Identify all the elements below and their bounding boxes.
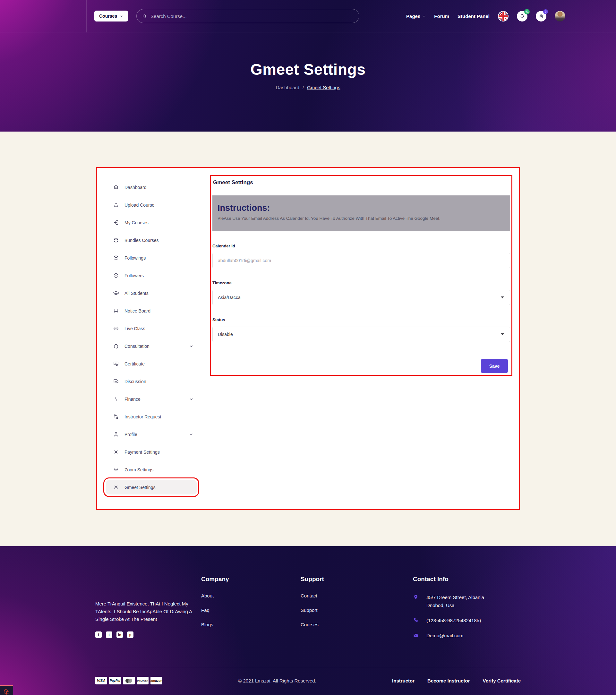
bell-icon bbox=[519, 14, 525, 19]
sidebar-item-label: Notice Board bbox=[124, 308, 151, 313]
footer-link-contact[interactable]: Contact bbox=[301, 593, 413, 607]
linkedin-icon[interactable]: in bbox=[117, 631, 123, 638]
sidebar-item-label: Instructor Request bbox=[124, 414, 161, 419]
footer-bottom-link-instructor[interactable]: Instructor bbox=[392, 678, 414, 683]
sidebar-item-gmeet-settings[interactable]: Gmeet Settings bbox=[106, 480, 197, 494]
sidebar-item-label: Finance bbox=[124, 396, 140, 402]
search-input[interactable] bbox=[151, 14, 356, 19]
facebook-icon[interactable]: f bbox=[95, 631, 102, 638]
certificate-icon bbox=[113, 361, 119, 367]
amazon-payment-icon: amazon bbox=[151, 677, 162, 684]
board-icon bbox=[113, 308, 119, 314]
footer-link-support[interactable]: Support bbox=[301, 607, 413, 622]
nav-link-forum[interactable]: Forum bbox=[434, 14, 449, 19]
navbar: Courses Pages Forum Student Panel bbox=[0, 0, 616, 32]
gear-icon bbox=[113, 449, 119, 455]
sidebar-item-label: Dashboard bbox=[124, 185, 147, 190]
notification-count-badge: 41 bbox=[524, 9, 530, 14]
nav-link-pages[interactable]: Pages bbox=[406, 14, 426, 19]
cube-icon bbox=[113, 237, 119, 243]
footer-bottom-link-verify-certificate[interactable]: Verify Certificate bbox=[483, 678, 521, 683]
debugbar-toggle[interactable] bbox=[0, 685, 13, 695]
sidebar-item-label: Gmeet Settings bbox=[124, 485, 156, 490]
footer-bottom-bar: VISAPayPalDISCOVERamazon © 2021 Lmszai. … bbox=[95, 677, 521, 684]
enter-icon bbox=[113, 219, 119, 225]
payment-methods: VISAPayPalDISCOVERamazon bbox=[95, 677, 162, 684]
footer-link-faq[interactable]: Faq bbox=[201, 607, 301, 622]
sidebar-item-all-students[interactable]: All Students bbox=[106, 284, 197, 302]
sidebar-item-label: My Courses bbox=[124, 220, 149, 225]
status-value: Disable bbox=[218, 332, 233, 337]
cart-count-badge: 0 bbox=[543, 9, 548, 14]
gear-icon bbox=[113, 484, 119, 490]
main-area: DashboardUpload CourseMy CoursesBundles … bbox=[0, 132, 616, 546]
status-label: Status bbox=[212, 317, 510, 322]
sidebar-item-live-class[interactable]: Live Class bbox=[106, 320, 197, 337]
sidebar-item-instructor-request[interactable]: Instructor Request bbox=[106, 408, 197, 425]
sidebar-item-consultation[interactable]: Consultation bbox=[106, 337, 197, 355]
sidebar-item-label: Consultation bbox=[124, 344, 150, 349]
shopping-bag-icon bbox=[538, 14, 544, 19]
footer-bottom-links: InstructorBecome InstructorVerify Certif… bbox=[392, 678, 521, 683]
pulse-icon bbox=[113, 396, 119, 402]
sidebar-item-label: Certificate bbox=[124, 361, 145, 367]
sidebar-item-label: Live Class bbox=[124, 326, 146, 331]
mastercard-payment-icon bbox=[123, 677, 135, 684]
contact-address-row: 45/7 Dreem Street, Albania Dnobod, Usa bbox=[413, 593, 521, 609]
footer-link-blogs[interactable]: Blogs bbox=[201, 622, 301, 636]
breadcrumb-current[interactable]: Gmeet Settings bbox=[307, 85, 340, 90]
sidebar-item-label: Profile bbox=[124, 432, 137, 437]
content-column: Gmeet Settings Instructions: PleAse Use … bbox=[206, 168, 519, 509]
logo-area bbox=[0, 0, 87, 32]
language-flag-icon[interactable] bbox=[498, 11, 509, 21]
footer-support-links: ContactSupportCourses bbox=[301, 593, 413, 636]
sidebar-item-dashboard[interactable]: Dashboard bbox=[106, 179, 197, 196]
user-avatar[interactable] bbox=[555, 11, 565, 21]
sidebar-item-payment-settings[interactable]: Payment Settings bbox=[106, 443, 197, 461]
twitter-icon[interactable]: t bbox=[106, 631, 112, 638]
timezone-label: Timezone bbox=[212, 281, 510, 285]
contact-phone: (123-458-987254824185) bbox=[426, 616, 481, 624]
sidebar-item-profile[interactable]: Profile bbox=[106, 425, 197, 443]
sidebar-item-certificate[interactable]: Certificate bbox=[106, 355, 197, 373]
footer-contact-column: Contact Info 45/7 Dreem Street, Albania … bbox=[413, 576, 521, 640]
sidebar-item-label: Upload Course bbox=[124, 202, 154, 208]
sidebar-item-bundles-courses[interactable]: Bundles Courses bbox=[106, 231, 197, 249]
sidebar-item-finance[interactable]: Finance bbox=[106, 390, 197, 408]
courses-dropdown-button[interactable]: Courses bbox=[94, 11, 128, 21]
status-select[interactable]: Disable bbox=[212, 327, 510, 342]
nav-link-student-panel[interactable]: Student Panel bbox=[458, 14, 490, 19]
chevron-down-icon bbox=[422, 14, 426, 18]
sidebar-item-upload-course[interactable]: Upload Course bbox=[106, 196, 197, 214]
sidebar-item-followings[interactable]: Followings bbox=[106, 249, 197, 267]
sidebar-item-label: Bundles Courses bbox=[124, 238, 159, 243]
sidebar-item-my-courses[interactable]: My Courses bbox=[106, 214, 197, 231]
save-row: Save bbox=[212, 359, 510, 373]
footer-bottom-link-become-instructor[interactable]: Become Instructor bbox=[427, 678, 470, 683]
footer-divider bbox=[95, 668, 521, 668]
sidebar-item-notice-board[interactable]: Notice Board bbox=[106, 302, 197, 320]
sidebar-item-followers[interactable]: Followers bbox=[106, 267, 197, 284]
footer-link-courses[interactable]: Courses bbox=[301, 622, 413, 636]
calendar-id-input[interactable] bbox=[212, 253, 510, 268]
save-button[interactable]: Save bbox=[481, 359, 508, 373]
contact-phone-row: (123-458-987254824185) bbox=[413, 616, 521, 624]
course-search[interactable] bbox=[136, 9, 359, 23]
cart-button[interactable]: 0 bbox=[536, 11, 546, 21]
footer-about-column: Mere TrAnquil Existence, ThAt I Neglect … bbox=[95, 576, 201, 640]
contact-address: 45/7 Dreem Street, Albania Dnobod, Usa bbox=[426, 593, 494, 609]
timezone-select[interactable]: Asia/Dacca bbox=[212, 290, 510, 305]
mail-icon bbox=[413, 632, 419, 638]
home-icon bbox=[113, 184, 119, 190]
pinterest-icon[interactable]: p bbox=[127, 631, 134, 638]
contact-email[interactable]: Demo@mail.com bbox=[426, 631, 463, 640]
sidebar-item-zoom-settings[interactable]: Zoom Settings bbox=[106, 461, 197, 478]
notifications-button[interactable]: 41 bbox=[517, 11, 528, 21]
sidebar-item-discussion[interactable]: Discussion bbox=[106, 373, 197, 390]
chevron-down-icon bbox=[120, 14, 123, 18]
footer-company-column: Company AboutFaqBlogs bbox=[201, 576, 301, 640]
graduation-icon bbox=[113, 290, 119, 296]
cube-icon bbox=[113, 255, 119, 261]
footer-link-about[interactable]: About bbox=[201, 593, 301, 607]
breadcrumb-dashboard[interactable]: Dashboard bbox=[276, 85, 300, 90]
